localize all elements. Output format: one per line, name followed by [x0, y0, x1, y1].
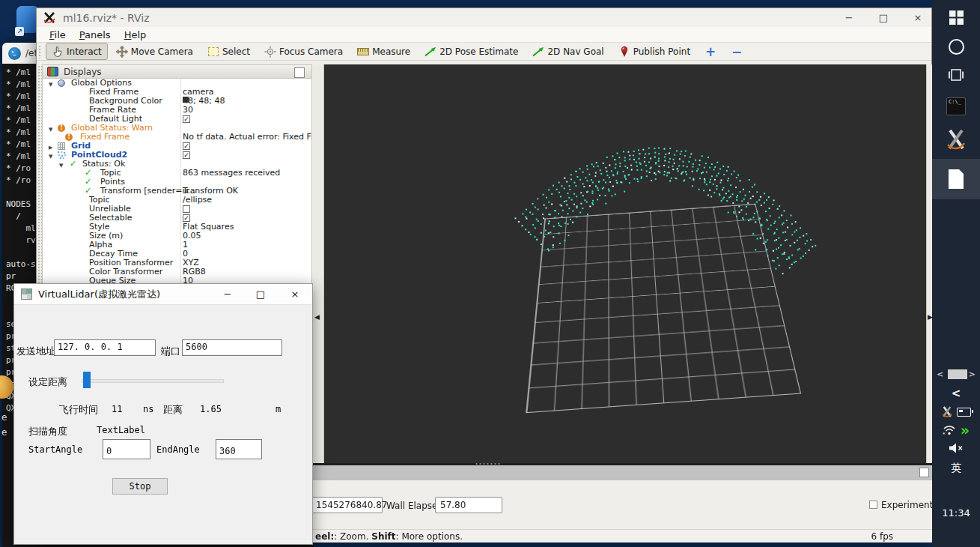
tree-row-alpha[interactable]: Alpha1 [43, 241, 311, 250]
tree-row-fixed-frame[interactable]: Fixed Framecamera [43, 88, 311, 97]
toolbar-button-label: Publish Point [633, 46, 690, 57]
dialog-minimize-button[interactable]: − [221, 288, 234, 300]
menu-file[interactable]: File [43, 28, 73, 41]
tree-row-background-color[interactable]: Background Color48; 48; 48 [43, 97, 311, 106]
taskbar-clock[interactable]: 11:34 [932, 505, 980, 520]
port-input[interactable]: 5600 [182, 339, 282, 356]
taskbar-document-button[interactable] [932, 169, 980, 189]
tree-row-value[interactable]: /ellipse [183, 196, 212, 205]
collapsed-panel-bar[interactable] [312, 465, 933, 480]
end-angle-input[interactable]: 360 [216, 439, 262, 459]
checkbox-checked[interactable]: ✓ [183, 115, 190, 123]
language-indicator[interactable]: 英 [932, 461, 980, 476]
distance-slider-track[interactable] [82, 379, 224, 383]
tree-row-transform-sender-u-[interactable]: ✓Transform [sender=u...Transform OK [43, 187, 311, 196]
tree-row-size-m-[interactable]: Size (m)0.05 [43, 232, 311, 241]
scroll-right-arrow-icon[interactable]: > [969, 369, 976, 379]
menu-help[interactable]: Help [118, 28, 153, 41]
xorg-icon [946, 129, 966, 151]
tree-row-position-transformer[interactable]: Position TransformerXYZ [43, 259, 311, 268]
collapse-left-arrow-icon[interactable]: ◀ [314, 313, 320, 321]
interact-button[interactable]: Interact [46, 43, 108, 60]
document-icon [949, 169, 964, 189]
tray-status-row-1[interactable] [932, 405, 980, 420]
toolbar-button-label: Focus Camera [279, 46, 343, 57]
dialog-titlebar[interactable]: VirtualLidar(虚拟激光雷达) [14, 284, 312, 305]
tree-row-value[interactable]: No tf data. Actual error: Fixed Fram... [183, 133, 312, 142]
grid-icon [58, 142, 65, 150]
wall-elapsed-field[interactable]: 57.80 [435, 497, 502, 513]
start-angle-label: StartAngle [28, 444, 82, 455]
tree-row-value[interactable]: 863 messages received [183, 169, 280, 178]
taskbar-terminal-button[interactable] [932, 96, 980, 117]
maximize-button[interactable]: □ [877, 12, 889, 23]
tree-row-topic[interactable]: Topic/ellipse [43, 196, 311, 205]
scrollbar-thumb[interactable] [948, 369, 967, 379]
tray-scrollbar[interactable]: < > [934, 369, 979, 380]
minus-button[interactable]: − [725, 43, 749, 60]
tray-expand-button[interactable]: < [932, 387, 980, 400]
rviz-titlebar[interactable]: ml16.rviz* - RViz − □ × [37, 8, 931, 27]
taskbar-xorg-button[interactable] [932, 127, 980, 153]
scan-angle-label: 扫描角度 [28, 425, 67, 438]
tree-row-unreliable[interactable]: Unreliable [43, 205, 311, 214]
shortcut-arrow-icon: ↗ [15, 27, 24, 36]
dialog-maximize-button[interactable]: □ [254, 288, 267, 300]
text-label: TextLabel [97, 425, 145, 435]
checkbox-checked[interactable]: ✓ [183, 214, 190, 222]
task-view-icon [949, 68, 964, 82]
volume-button[interactable] [932, 441, 980, 455]
task-view-button[interactable] [932, 66, 980, 84]
select-icon [207, 46, 219, 58]
menu-panels[interactable]: Panels [73, 28, 118, 41]
minimize-button[interactable]: − [843, 12, 855, 23]
stop-button[interactable]: Stop [112, 478, 168, 495]
cortana-button[interactable] [932, 37, 980, 55]
left-panel-collapse-strip[interactable]: ◀ [312, 64, 324, 463]
send-address-input[interactable]: 127. 0. 0. 1 [54, 339, 156, 356]
tray-status-row-2[interactable]: * » [932, 423, 980, 438]
checkbox-unchecked[interactable] [183, 205, 190, 213]
toolbar-drag-handle[interactable] [38, 45, 42, 58]
publish-point-icon [618, 46, 630, 58]
wall-time-field[interactable]: 1545276840.87 [311, 497, 383, 513]
checkbox-checked[interactable]: ✓ [183, 151, 190, 159]
menubar: FilePanelsHelp [37, 27, 931, 43]
3d-viewport[interactable] [324, 64, 926, 463]
distance-unit: m [276, 404, 281, 414]
status-hint-text: : Zoom. [334, 531, 371, 542]
tree-row-value[interactable]: 30 [183, 106, 193, 115]
2d-nav-goal-button[interactable]: 2D Nav Goal [526, 43, 609, 60]
tree-row-decay-time[interactable]: Decay Time0 [43, 250, 311, 259]
focus-camera-button[interactable]: Focus Camera [258, 43, 349, 60]
start-button[interactable] [932, 7, 980, 27]
accelerator-icon: » [961, 424, 970, 436]
displays-panel-header[interactable]: Displays [42, 64, 312, 79]
move-camera-button[interactable]: Move Camera [110, 43, 199, 60]
dialog-close-button[interactable]: × [288, 288, 302, 300]
experimental-checkbox[interactable] [869, 501, 877, 509]
measure-button[interactable]: Measure [351, 43, 416, 60]
select-button[interactable]: Select [201, 43, 256, 60]
distance-value: 1.65 [200, 404, 222, 414]
tree-row-global-options[interactable]: ▼Global Options [43, 79, 311, 88]
port-label: 端口 [161, 345, 180, 358]
time-panel: 1545276840.87 Wall Elapsed: 57.80 Experi… [312, 480, 933, 529]
tree-row-color-transformer[interactable]: Color TransformerRGB8 [43, 268, 311, 276]
plus-button[interactable]: + [699, 43, 722, 60]
scroll-left-arrow-icon[interactable]: < [937, 369, 943, 379]
volume-muted-icon [949, 443, 964, 453]
dialog-app-icon [21, 288, 32, 300]
panel-float-button[interactable] [294, 67, 305, 78]
publish-point-button[interactable]: Publish Point [612, 43, 696, 60]
2d-pose-estimate-button[interactable]: 2D Pose Estimate [419, 43, 524, 60]
checkbox-checked[interactable]: ✓ [183, 142, 190, 150]
tree-row-topic[interactable]: ✓Topic863 messages received [43, 169, 311, 178]
distance-slider-handle[interactable] [83, 372, 91, 388]
close-button[interactable]: × [912, 12, 924, 23]
start-angle-input[interactable]: 0 [103, 439, 150, 459]
tree-row-frame-rate[interactable]: Frame Rate30 [43, 106, 311, 115]
tree-row-selectable[interactable]: Selectable✓ [43, 214, 311, 223]
panel-float-button[interactable] [919, 468, 929, 477]
tree-row-style[interactable]: StyleFlat Squares [43, 223, 311, 232]
